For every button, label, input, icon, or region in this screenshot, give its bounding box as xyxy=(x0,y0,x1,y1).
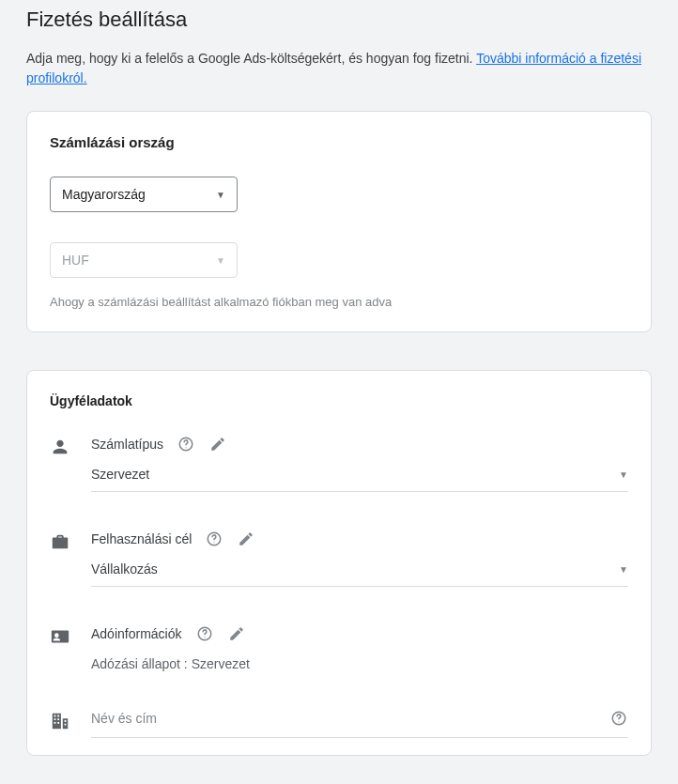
currency-select: HUF ▼ xyxy=(50,242,238,278)
help-icon[interactable] xyxy=(609,709,628,728)
intro-prefix: Adja meg, hogy ki a felelős a Google Ads… xyxy=(26,51,476,66)
svg-point-3 xyxy=(214,542,215,543)
chevron-down-icon: ▼ xyxy=(216,190,225,200)
svg-point-5 xyxy=(204,637,205,638)
billing-country-card: Számlázási ország Magyarország ▼ HUF ▼ A… xyxy=(26,111,652,332)
name-address-placeholder: Név és cím xyxy=(91,711,157,726)
country-select-value: Magyarország xyxy=(62,187,146,202)
name-address-input[interactable]: Név és cím xyxy=(91,709,628,738)
briefcase-icon xyxy=(50,531,91,552)
usage-label: Felhasználási cél xyxy=(91,531,192,546)
currency-select-value: HUF xyxy=(62,253,89,268)
tax-status-label: Adózási állapot : xyxy=(91,656,188,671)
page-title: Fizetés beállítása xyxy=(26,8,652,32)
help-icon[interactable] xyxy=(177,435,195,453)
id-card-icon xyxy=(50,626,91,647)
usage-select[interactable]: Vállalkozás ▼ xyxy=(91,561,628,587)
account-type-label: Számlatípus xyxy=(91,437,163,452)
chevron-down-icon: ▼ xyxy=(619,564,628,575)
chevron-down-icon: ▼ xyxy=(619,469,628,480)
customer-info-card: Ügyféladatok Számlatípus Szervezet ▼ xyxy=(26,370,652,756)
building-icon xyxy=(50,711,91,731)
chevron-down-icon: ▼ xyxy=(216,255,225,266)
account-type-select[interactable]: Szervezet ▼ xyxy=(91,467,628,492)
person-icon xyxy=(50,437,91,457)
help-icon[interactable] xyxy=(205,530,223,548)
name-address-row: Név és cím xyxy=(50,709,628,738)
account-type-value: Szervezet xyxy=(91,467,149,482)
tax-label: Adóinformációk xyxy=(91,626,182,641)
usage-row: Felhasználási cél Vállalkozás ▼ xyxy=(50,530,628,615)
tax-status-value: Szervezet xyxy=(192,656,250,671)
tax-status: Adózási állapot : Szervezet xyxy=(91,656,628,671)
billing-country-title: Számlázási ország xyxy=(50,134,628,150)
billing-hint: Ahogy a számlázási beállítást alkalmazó … xyxy=(50,295,628,309)
svg-point-1 xyxy=(185,447,186,448)
tax-row: Adóinformációk Adózási állapot : Szervez… xyxy=(50,624,628,699)
pencil-icon[interactable] xyxy=(208,435,227,453)
usage-value: Vállalkozás xyxy=(91,561,158,576)
intro-text: Adja meg, hogy ki a felelős a Google Ads… xyxy=(26,49,652,88)
country-select[interactable]: Magyarország ▼ xyxy=(50,177,238,212)
pencil-icon[interactable] xyxy=(237,530,255,548)
svg-point-7 xyxy=(618,721,619,722)
pencil-icon[interactable] xyxy=(227,624,246,643)
help-icon[interactable] xyxy=(195,624,214,643)
account-type-row: Számlatípus Szervezet ▼ xyxy=(50,435,628,520)
customer-info-title: Ügyféladatok xyxy=(50,393,628,408)
